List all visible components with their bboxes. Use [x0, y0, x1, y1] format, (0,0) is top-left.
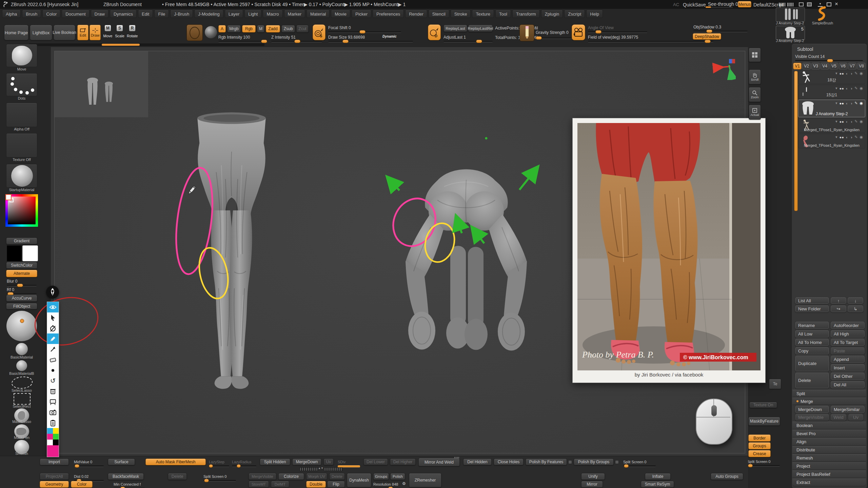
menu-tool[interactable]: Tool [495, 10, 511, 18]
subtool-item-2[interactable]: ▾●●◐◑✎◉ 15강1 [798, 85, 865, 99]
sdiv-slider[interactable]: SDiv [338, 459, 360, 468]
pen-tool-icon[interactable] [47, 333, 59, 344]
remesh-section-header[interactable]: Remesh [792, 454, 866, 462]
menu-jbrush[interactable]: J-Brush [170, 10, 193, 18]
scroll-button[interactable]: Scroll [749, 69, 761, 84]
lazystep-slider[interactable]: LazyStep [209, 459, 229, 467]
distribute-section-header[interactable]: Distribute [792, 446, 866, 454]
storemt-button[interactable]: StoreMT [249, 481, 269, 488]
resolution-slider[interactable]: Resolution 848 [373, 481, 400, 488]
lightbox-strip-handle[interactable] [102, 44, 140, 46]
half-icon-1[interactable]: ◐ [846, 120, 848, 124]
eraser-tool-icon[interactable] [47, 354, 59, 365]
delmt-button[interactable]: DelMT [271, 481, 289, 488]
all-low-button[interactable]: All Low [795, 330, 829, 338]
folder-arrow-icon[interactable]: ▾ [835, 101, 837, 105]
swatch-green[interactable] [53, 434, 59, 440]
bevel-pro-section-header[interactable]: Bevel Pro [792, 430, 866, 438]
crease-button[interactable]: Crease [748, 450, 771, 457]
mergedown-bottom-button[interactable]: MergeDown [292, 459, 321, 465]
zadd-button[interactable]: Zadd [266, 25, 280, 33]
border-button[interactable]: Border [748, 434, 771, 442]
smart-resym-button[interactable]: Smart ReSym [641, 481, 674, 488]
all-to-home-button[interactable]: All To Home [795, 339, 829, 346]
eye-icon[interactable]: ◉ [860, 135, 863, 139]
swatch-black[interactable] [53, 440, 59, 445]
dynamic-toggle[interactable]: Dynamic [382, 35, 397, 38]
half-icon-2[interactable]: ◑ [850, 72, 853, 76]
switchcolor-button[interactable]: SwitchColor [6, 262, 37, 269]
swatch-magenta[interactable] [47, 434, 53, 440]
geometry-button[interactable]: Geometry [40, 481, 69, 488]
subtool-item-3-selected[interactable]: ▾●●◐◑✎◉ J Anatomy Step-2 [798, 100, 865, 117]
rename-button[interactable]: Rename [795, 322, 829, 329]
cursor-icon[interactable] [47, 312, 59, 323]
menu-file[interactable]: File [154, 10, 169, 18]
menu-macro[interactable]: Macro [263, 10, 282, 18]
model-legs-front[interactable] [187, 110, 276, 418]
copy-button[interactable]: Copy [795, 347, 829, 354]
menu-preferences[interactable]: Preferences [373, 10, 404, 18]
camera-view-button[interactable] [572, 24, 585, 40]
half-icon-1[interactable]: ◐ [846, 101, 848, 105]
menu-stroke[interactable]: Stroke [451, 10, 471, 18]
rf-slider[interactable]: Rf 0 [7, 286, 37, 295]
live-boolean-button[interactable]: Live Boolean [54, 25, 75, 40]
subtool-list-scrollbar[interactable] [794, 71, 798, 211]
clipboard-icon[interactable] [47, 418, 59, 428]
model-legs-posed[interactable] [387, 159, 546, 353]
visibility-eye-icon[interactable] [47, 302, 59, 312]
current-material-sphere[interactable] [205, 26, 217, 38]
autoreorder-button[interactable]: AutoReorder [831, 322, 865, 329]
menu-zplugin[interactable]: Zplugin [541, 10, 563, 18]
split-hidden-button[interactable]: Split Hidden [260, 459, 290, 465]
flip-button[interactable]: Flip [327, 481, 345, 488]
new-folder-button[interactable]: New Folder [795, 305, 829, 312]
adjustlast-slider[interactable]: AdjustLast 1 [443, 34, 493, 42]
brush-icon[interactable]: ✎ [854, 101, 857, 105]
dot-size-icon[interactable] [47, 365, 59, 375]
current-brush-thumbnail[interactable] [186, 24, 203, 41]
swatch-yellow[interactable] [53, 428, 59, 434]
gradient-button[interactable]: Gradient [6, 238, 37, 244]
m-button[interactable]: M [257, 25, 264, 33]
split-screen-slider-1[interactable]: Split Screen 0 [623, 459, 656, 467]
weld-button[interactable]: Weld [831, 414, 846, 421]
focal-shift-slider[interactable]: Focal Shift 0 [328, 24, 401, 33]
tool-thumbnail-b[interactable]: 5 [776, 26, 805, 40]
select-rect-thumb[interactable] [14, 393, 31, 405]
gravity-direction-button[interactable] [519, 24, 534, 41]
paste-button[interactable]: Paste [831, 347, 865, 354]
texture-slot[interactable]: Texture Off [6, 133, 37, 162]
polish-groups-dot-toggle[interactable] [615, 460, 619, 464]
duplicate-button[interactable]: Duplicate [795, 355, 829, 371]
visible-count-slider[interactable]: Visible Count 14 [795, 53, 863, 62]
undo-icon[interactable]: ↺ [47, 375, 59, 386]
inflate-button[interactable]: Inflate [645, 473, 671, 480]
color-picker[interactable] [5, 194, 38, 227]
angle-of-view-slider[interactable]: Angle Of View [588, 24, 647, 33]
backfacemask-button[interactable]: BackfaceMask [108, 473, 144, 480]
import-button[interactable]: Import [40, 459, 69, 465]
tab-v6[interactable]: V6 [839, 63, 847, 69]
gear-icon[interactable]: ⚙ [402, 481, 406, 486]
menu-layer[interactable]: Layer [225, 10, 243, 18]
divider-arrows[interactable]: ▲▼ [318, 467, 323, 470]
swatch-cyan[interactable] [47, 428, 53, 434]
project-basrelief-section-header[interactable]: Project BasRelief [792, 470, 866, 478]
eye-icon[interactable]: ◉ [860, 119, 863, 124]
mirror-and-weld-button[interactable]: Mirror And Weld [418, 458, 460, 466]
swatch-white[interactable] [47, 440, 53, 445]
replay-selector-button[interactable]: D [428, 24, 441, 40]
material-preview-sphere[interactable] [6, 311, 37, 341]
draw-button[interactable]: Draw [90, 25, 101, 40]
mergevisible-bottom-button[interactable]: MergeVisible [249, 473, 276, 480]
half-icon-2[interactable]: ◑ [850, 135, 853, 139]
subtool-item-5[interactable]: ▾●●◐◑✎◉ Merged_TPose1_Ryan_Kingslien [798, 134, 865, 148]
del-other-button[interactable]: Del Other [831, 372, 865, 380]
replaylast-button[interactable]: ReplayLast [443, 25, 467, 32]
half-icon-2[interactable]: ◑ [850, 86, 853, 90]
paint-icon[interactable]: ●● [840, 72, 844, 76]
project-section-header[interactable]: Project [792, 462, 866, 470]
home-page-button[interactable]: Home Page [4, 25, 28, 40]
